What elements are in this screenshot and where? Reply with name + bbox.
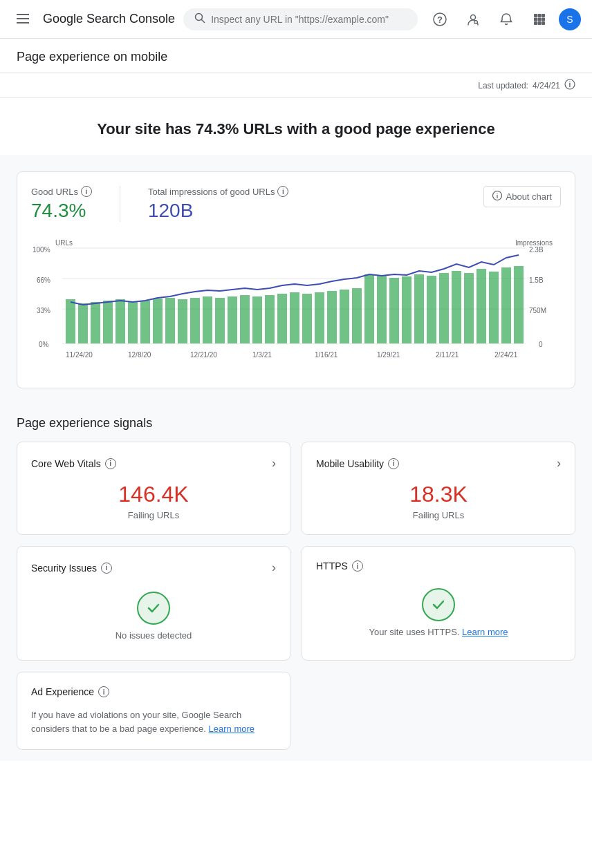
core-web-vitals-header: Core Web Vitals i › [31, 456, 276, 471]
security-issues-status: No issues detected [115, 630, 192, 641]
header: Google Search Console ? [0, 0, 592, 39]
svg-text:11/24/20: 11/24/20 [66, 351, 93, 359]
svg-text:12/8/20: 12/8/20 [128, 351, 151, 359]
search-bar [183, 8, 418, 30]
ad-experience-title: Ad Experience i [31, 686, 109, 697]
security-issues-title: Security Issues i [31, 563, 112, 574]
user-avatar[interactable]: S [559, 8, 581, 30]
security-issues-info-icon[interactable]: i [101, 563, 112, 574]
svg-rect-46 [165, 298, 175, 343]
search-icon [194, 12, 205, 26]
svg-rect-42 [115, 299, 125, 343]
chart-container: URLs 100% 66% 33% 0% Impressions 2.3B 1.… [31, 233, 561, 374]
impressions-info-icon[interactable]: i [277, 186, 288, 197]
chart-metrics: Good URLs i 74.3% Total impressions of g… [31, 186, 288, 222]
svg-line-4 [202, 19, 205, 22]
svg-rect-12 [538, 14, 542, 17]
svg-rect-68 [439, 273, 449, 343]
notifications-icon-button[interactable] [492, 6, 520, 33]
svg-text:1/16/21: 1/16/21 [315, 351, 338, 359]
hero-title: Your site has 74.3% URLs with a good pag… [17, 120, 575, 138]
svg-rect-11 [534, 14, 537, 17]
last-updated-bar: Last updated: 4/24/21 i [0, 73, 592, 98]
svg-rect-17 [534, 21, 537, 25]
mobile-usability-title: Mobile Usability i [316, 458, 399, 469]
svg-rect-74 [514, 266, 524, 343]
search-input[interactable] [211, 14, 407, 25]
impressions-metric: Total impressions of good URLs i 120B [148, 186, 289, 222]
signals-grid: Core Web Vitals i › 146.4K Failing URLs … [17, 442, 575, 661]
svg-text:1/3/21: 1/3/21 [252, 351, 272, 359]
svg-rect-45 [153, 299, 163, 343]
main-content: Last updated: 4/24/21 i Your site has 74… [0, 73, 592, 761]
mobile-usability-info-icon[interactable]: i [388, 458, 399, 469]
mobile-usability-header: Mobile Usability i › [316, 456, 561, 471]
svg-rect-48 [190, 298, 200, 343]
ad-experience-card: Ad Experience i If you have ad violation… [17, 672, 290, 750]
svg-rect-60 [340, 290, 349, 343]
svg-text:0: 0 [539, 341, 543, 348]
https-learn-more-link[interactable]: Learn more [462, 627, 508, 637]
svg-rect-54 [265, 295, 275, 343]
hero-section: Your site has 74.3% URLs with a good pag… [0, 98, 592, 160]
help-icon-button[interactable]: ? [426, 6, 454, 33]
core-web-vitals-card[interactable]: Core Web Vitals i › 146.4K Failing URLs [17, 442, 290, 535]
last-updated-date: 4/24/21 [533, 81, 560, 91]
svg-text:33%: 33% [37, 307, 50, 314]
svg-text:URLs: URLs [55, 239, 73, 247]
svg-text:1/29/21: 1/29/21 [377, 351, 400, 359]
good-urls-info-icon[interactable]: i [81, 186, 92, 197]
menu-icon[interactable] [11, 6, 35, 32]
https-check-icon [422, 588, 455, 621]
ad-experience-learn-more-link[interactable]: Learn more [209, 724, 255, 734]
svg-rect-43 [128, 302, 138, 343]
security-issues-card[interactable]: Security Issues i › No issues detected [17, 546, 290, 661]
core-web-vitals-label: Failing URLs [31, 510, 276, 520]
svg-rect-41 [103, 301, 113, 343]
chart-card: Good URLs i 74.3% Total impressions of g… [17, 171, 575, 388]
svg-text:750M: 750M [529, 307, 546, 314]
svg-rect-61 [352, 288, 362, 343]
core-web-vitals-title: Core Web Vitals i [31, 458, 116, 469]
svg-text:0%: 0% [39, 341, 49, 348]
signals-section: Page experience signals Core Web Vitals … [0, 399, 592, 761]
ad-experience-description: If you have ad violations on your site, … [31, 708, 276, 735]
svg-text:12/21/20: 12/21/20 [190, 351, 217, 359]
good-urls-label: Good URLs i [31, 186, 92, 197]
svg-rect-13 [542, 14, 545, 17]
svg-rect-1 [17, 18, 29, 19]
svg-rect-72 [489, 272, 499, 343]
svg-text:2/11/21: 2/11/21 [436, 351, 459, 359]
svg-rect-50 [215, 298, 225, 343]
svg-rect-73 [501, 267, 511, 343]
impressions-value: 120B [148, 200, 289, 222]
svg-rect-69 [452, 271, 461, 343]
security-issues-arrow-icon: › [272, 560, 276, 575]
svg-rect-16 [542, 17, 545, 21]
mobile-usability-value: 18.3K [316, 482, 561, 507]
about-chart-button[interactable]: i About chart [483, 186, 562, 207]
svg-rect-14 [534, 17, 537, 21]
security-issues-check-area: No issues detected [31, 586, 276, 646]
apps-icon-button[interactable] [526, 6, 553, 33]
https-header: HTTPS i [316, 560, 561, 572]
core-web-vitals-info-icon[interactable]: i [105, 458, 116, 469]
https-info-icon[interactable]: i [352, 560, 363, 572]
svg-rect-65 [402, 276, 411, 343]
svg-text:i: i [569, 81, 571, 88]
user-icon-button[interactable] [459, 6, 487, 33]
security-issues-check-icon [137, 592, 170, 625]
svg-text:100%: 100% [33, 246, 50, 254]
chart-svg: URLs 100% 66% 33% 0% Impressions 2.3B 1.… [31, 233, 557, 371]
svg-text:66%: 66% [37, 276, 50, 284]
mobile-usability-card[interactable]: Mobile Usability i › 18.3K Failing URLs [302, 442, 575, 535]
last-updated-info-icon[interactable]: i [564, 79, 575, 92]
svg-rect-40 [91, 302, 100, 343]
svg-rect-57 [302, 294, 312, 343]
svg-rect-2 [17, 22, 29, 23]
app-logo: Google Search Console [43, 12, 175, 26]
svg-rect-56 [290, 292, 299, 343]
impressions-label: Total impressions of good URLs i [148, 186, 289, 197]
svg-rect-44 [140, 301, 150, 343]
ad-experience-info-icon[interactable]: i [98, 686, 109, 697]
